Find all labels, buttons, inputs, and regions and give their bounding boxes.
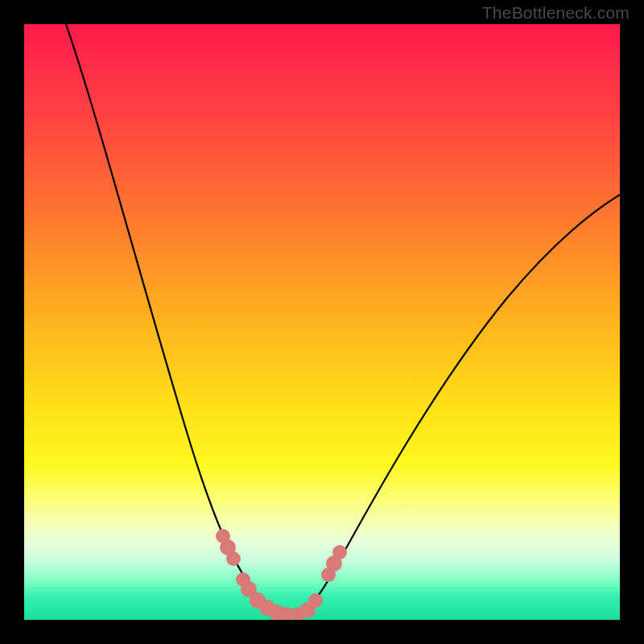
bead-cluster-right xyxy=(291,545,347,620)
curve-overlay xyxy=(24,24,620,620)
svg-point-14 xyxy=(332,545,347,559)
attribution-text: TheBottleneck.com xyxy=(482,3,630,23)
svg-point-11 xyxy=(308,593,323,608)
svg-point-2 xyxy=(226,551,241,566)
left-curve xyxy=(66,24,287,615)
plot-area xyxy=(24,24,620,620)
chart-frame: TheBottleneck.com xyxy=(0,0,644,644)
bead-cluster-left xyxy=(216,529,294,620)
